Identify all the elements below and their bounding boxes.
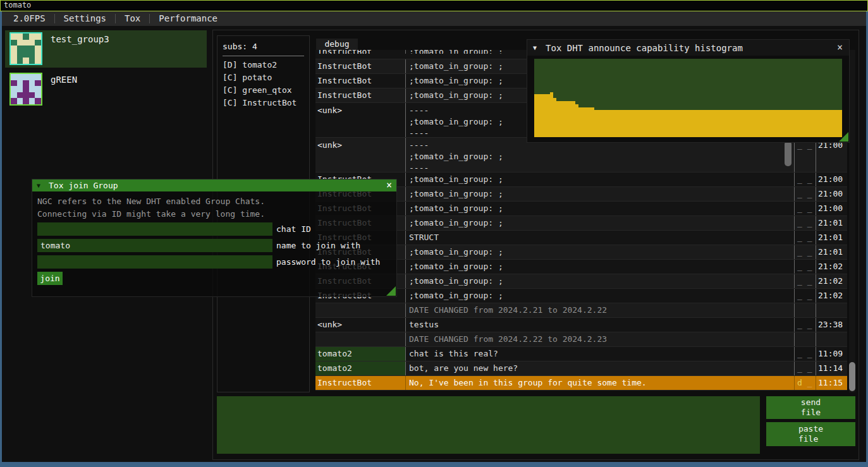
- message-status: _ _: [794, 347, 816, 361]
- message-author: tomato2: [315, 347, 405, 361]
- message-status: [794, 332, 816, 346]
- chat-message-row[interactable]: InstructBot No, I've been in this group …: [315, 376, 847, 391]
- join-group-window: ▼ Tox join Group × NGC refers to the New…: [32, 179, 397, 297]
- chat-scrollbar-thumb[interactable]: [849, 362, 855, 391]
- message-time: 21:01: [816, 245, 847, 259]
- message-status: _ _: [794, 202, 816, 215]
- resize-grip[interactable]: [386, 286, 396, 296]
- histogram-plot: [534, 59, 842, 137]
- message-time: [816, 303, 847, 317]
- message-status: _ _: [794, 289, 816, 303]
- tab-debug[interactable]: debug: [316, 39, 358, 50]
- message-text: No, I've been in this group for quite so…: [405, 376, 794, 390]
- message-time: 11:14: [816, 361, 847, 375]
- message-text: DATE CHANGED from 2024.2.21 to 2024.2.22: [405, 303, 794, 317]
- join-group-titlebar[interactable]: ▼ Tox join Group ×: [32, 179, 396, 191]
- message-status: d _: [794, 376, 816, 390]
- send-file-button[interactable]: send file: [766, 396, 855, 419]
- message-time: 23:38: [816, 318, 847, 332]
- join-group-title: Tox join Group: [49, 181, 118, 190]
- message-author: <unk>: [315, 103, 405, 137]
- message-text: bot, are you new here?: [405, 361, 794, 375]
- message-time: 21:02: [816, 289, 847, 303]
- message-text: ;tomato_in_group: ;: [405, 187, 794, 201]
- chat-id-label: chat ID: [276, 224, 311, 234]
- message-status: _ _: [794, 138, 816, 172]
- menu-item-settings[interactable]: Settings: [55, 11, 115, 26]
- message-time: 21:00: [816, 187, 847, 201]
- menu-item-tox[interactable]: Tox: [116, 11, 149, 26]
- subs-count-label: subs: 4: [223, 42, 304, 51]
- message-text: testus: [405, 318, 794, 332]
- message-text: DATE CHANGED from 2024.2.22 to 2024.2.23: [405, 332, 794, 346]
- message-status: _ _: [794, 361, 816, 375]
- histogram-title: Tox DHT announce capability histogram: [546, 43, 743, 53]
- close-icon[interactable]: ×: [837, 43, 843, 52]
- message-text: STRUCT: [405, 231, 794, 245]
- group-name-label: test_group3: [51, 34, 109, 44]
- menu-item-performance[interactable]: Performance: [150, 11, 226, 26]
- resize-grip[interactable]: [839, 132, 848, 142]
- chat-message-row[interactable]: tomato2 chat is this real? _ _ 11:09: [315, 347, 847, 361]
- chat-message-row[interactable]: DATE CHANGED from 2024.2.22 to 2024.2.23: [315, 332, 847, 347]
- message-status: [794, 303, 816, 317]
- message-text: ;tomato_in_group: ;: [405, 245, 794, 259]
- message-scrollbar-thumb[interactable]: [785, 141, 792, 166]
- collapse-arrow-icon[interactable]: ▼: [37, 182, 40, 189]
- message-author: [315, 303, 405, 317]
- histogram-titlebar[interactable]: ▼ Tox DHT announce capability histogram …: [527, 40, 849, 56]
- message-time: [816, 332, 847, 346]
- subs-member[interactable]: [C] potato: [223, 71, 304, 84]
- message-author: [315, 332, 405, 346]
- chat-message-row[interactable]: DATE CHANGED from 2024.2.21 to 2024.2.22: [315, 303, 847, 318]
- window-border-bottom: [0, 462, 868, 467]
- join-info-line: Connecting via ID might take a very long…: [37, 209, 265, 219]
- join-name-input[interactable]: [37, 239, 272, 252]
- sidebar-item-test_group3[interactable]: test_group3: [5, 30, 207, 68]
- message-text: ;tomato_in_group: ;: [405, 202, 794, 215]
- message-time: 21:01: [816, 231, 847, 245]
- group-avatar: [9, 32, 42, 65]
- chat-message-row[interactable]: <unk> ---- ;tomato_in_group: ; ---- _ _ …: [315, 138, 847, 173]
- message-status: _ _: [794, 173, 816, 186]
- message-status: _ _: [794, 260, 816, 274]
- window-titlebar[interactable]: tomato: [0, 0, 868, 11]
- message-input[interactable]: [217, 396, 760, 454]
- message-time: 21:01: [816, 216, 847, 230]
- subs-member-list: [D] tomato2[C] potato[C] green_qtox[C] I…: [223, 59, 304, 109]
- sidebar-item-gREEN[interactable]: gREEN: [5, 71, 207, 108]
- message-status: _ _: [794, 216, 816, 230]
- message-author: InstructBot: [315, 59, 405, 73]
- message-author: InstructBot: [315, 88, 405, 102]
- close-icon[interactable]: ×: [386, 181, 392, 190]
- message-author: <unk>: [315, 138, 405, 172]
- paste-file-button[interactable]: paste file: [766, 422, 855, 446]
- chat-message-row[interactable]: tomato2 bot, are you new here? _ _ 11:14: [315, 361, 847, 376]
- paste-file-label: paste file: [798, 424, 823, 444]
- message-author: <unk>: [315, 318, 405, 332]
- message-status: _ _: [794, 187, 816, 201]
- chat-scrollbar[interactable]: [849, 50, 855, 392]
- message-status: _ _: [794, 318, 816, 332]
- subs-member[interactable]: [C] green_qtox: [223, 84, 304, 97]
- collapse-arrow-icon[interactable]: ▼: [533, 44, 537, 51]
- message-time: 21:02: [816, 274, 847, 288]
- join-button[interactable]: join: [37, 272, 63, 285]
- message-time: 11:09: [816, 347, 847, 361]
- chat-message-row[interactable]: <unk> testus _ _ 23:38: [315, 318, 847, 332]
- message-author: InstructBot: [315, 74, 405, 88]
- message-text: ;tomato_in_group: ;: [405, 260, 794, 274]
- histogram-window: ▼ Tox DHT announce capability histogram …: [527, 39, 850, 143]
- subs-member[interactable]: [C] InstructBot: [223, 97, 304, 109]
- message-text: ;tomato_in_group: ;: [405, 216, 794, 230]
- message-text: ;tomato_in_group: ;: [405, 274, 794, 288]
- chat-id-input[interactable]: [37, 222, 272, 236]
- window-border-left: [0, 11, 2, 467]
- message-time: 11:15: [816, 376, 847, 390]
- join-password-input[interactable]: [37, 255, 272, 269]
- message-time: 21:00: [816, 138, 847, 172]
- subs-member[interactable]: [D] tomato2: [223, 59, 304, 71]
- message-time: 21:00: [816, 173, 847, 186]
- menu-bar: 2.0FPSSettingsToxPerformance: [2, 11, 866, 26]
- message-author: InstructBot: [315, 376, 405, 390]
